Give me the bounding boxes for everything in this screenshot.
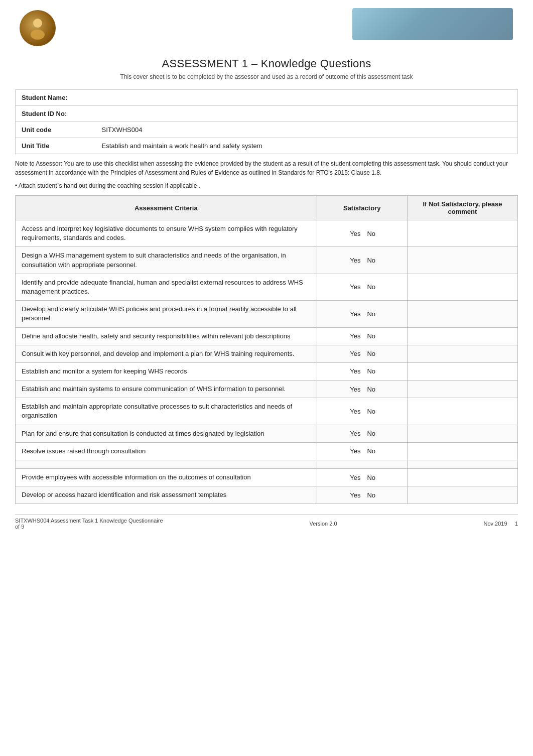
table-row: Identify and provide adequate financial,… <box>16 274 518 300</box>
svg-point-0 <box>33 19 42 28</box>
no-label: No <box>367 491 375 499</box>
yes-label: Yes <box>350 350 360 357</box>
no-option[interactable]: No <box>365 350 375 357</box>
no-option[interactable]: No <box>365 386 375 393</box>
comment-cell <box>407 220 517 247</box>
satisfactory-header: Satisfactory <box>317 196 407 220</box>
yes-option[interactable]: Yes <box>348 491 360 499</box>
comment-cell <box>407 469 517 486</box>
criteria-text: Establish and maintain systems to ensure… <box>16 381 317 398</box>
info-value: SITXWHS004 <box>96 122 518 138</box>
table-row: Plan for and ensure that consultation is… <box>16 425 518 442</box>
table-row: Consult with key personnel, and develop … <box>16 345 518 362</box>
satisfactory-cell: YesNo <box>317 398 407 425</box>
info-row: Student Name: <box>16 90 518 106</box>
yes-option[interactable]: Yes <box>348 447 360 455</box>
criteria-text: Resolve issues raised through consultati… <box>16 442 317 460</box>
page-footer: SITXWHS004 Assessment Task 1 Knowledge Q… <box>15 514 518 530</box>
table-row <box>16 460 518 469</box>
no-label: No <box>367 474 375 481</box>
yes-option[interactable]: Yes <box>348 350 360 357</box>
no-option[interactable]: No <box>365 447 375 455</box>
yes-label: Yes <box>350 386 360 393</box>
no-label: No <box>367 430 375 437</box>
yes-option[interactable]: Yes <box>348 332 360 340</box>
table-row: Access and interpret key legislative doc… <box>16 220 518 247</box>
info-row: Student ID No: <box>16 106 518 122</box>
comment-header: If Not Satisfactory, please comment <box>407 196 517 220</box>
info-label: Student ID No: <box>16 106 96 122</box>
yes-label: Yes <box>350 491 360 499</box>
yes-option[interactable]: Yes <box>348 386 360 393</box>
no-option[interactable]: No <box>365 230 375 237</box>
yes-label: Yes <box>350 230 360 237</box>
no-option[interactable]: No <box>365 408 375 415</box>
yes-label: Yes <box>350 257 360 264</box>
info-table: Student Name:Student ID No:Unit codeSITX… <box>15 89 518 154</box>
yes-option[interactable]: Yes <box>348 408 360 415</box>
no-label: No <box>367 408 375 415</box>
no-option[interactable]: No <box>365 310 375 318</box>
no-label: No <box>367 367 375 375</box>
criteria-header: Assessment Criteria <box>16 196 317 220</box>
yes-option[interactable]: Yes <box>348 430 360 437</box>
comment-cell <box>407 274 517 300</box>
yes-option[interactable]: Yes <box>348 474 360 481</box>
criteria-text: Develop and clearly articulate WHS polic… <box>16 301 317 327</box>
yes-option[interactable]: Yes <box>348 367 360 375</box>
yes-label: Yes <box>350 310 360 318</box>
criteria-text: Plan for and ensure that consultation is… <box>16 425 317 442</box>
assessor-note: Note to Assessor: You are to use this ch… <box>15 159 518 177</box>
criteria-text: Establish and maintain appropriate consu… <box>16 398 317 425</box>
yes-option[interactable]: Yes <box>348 310 360 318</box>
no-option[interactable]: No <box>365 283 375 291</box>
comment-cell <box>407 362 517 380</box>
footer-left: SITXWHS004 Assessment Task 1 Knowledge Q… <box>15 518 163 530</box>
info-row: Unit TitleEstablish and maintain a work … <box>16 138 518 154</box>
comment-cell <box>407 345 517 362</box>
table-row: Provide employees with accessible inform… <box>16 469 518 486</box>
footer-date: Nov 2019 1 <box>484 521 518 527</box>
no-option[interactable]: No <box>365 367 375 375</box>
criteria-text: Define and allocate health, safety and s… <box>16 327 317 345</box>
page-title: ASSESSMENT 1 – Knowledge Questions <box>15 57 518 70</box>
comment-cell <box>407 247 517 274</box>
info-row: Unit codeSITXWHS004 <box>16 122 518 138</box>
no-option[interactable]: No <box>365 332 375 340</box>
logo-area <box>15 8 60 48</box>
criteria-table: Assessment Criteria Satisfactory If Not … <box>15 195 518 504</box>
no-option[interactable]: No <box>365 257 375 264</box>
yes-option[interactable]: Yes <box>348 257 360 264</box>
comment-cell <box>407 327 517 345</box>
no-option[interactable]: No <box>365 430 375 437</box>
no-option[interactable]: No <box>365 491 375 499</box>
info-value <box>96 90 518 106</box>
criteria-text: Design a WHS management system to suit c… <box>16 247 317 274</box>
no-label: No <box>367 350 375 357</box>
page-header <box>0 0 533 48</box>
table-row: Establish and monitor a system for keepi… <box>16 362 518 380</box>
footer-date-text: Nov 2019 <box>484 521 507 527</box>
table-row: Resolve issues raised through consultati… <box>16 442 518 460</box>
yes-label: Yes <box>350 283 360 291</box>
comment-cell <box>407 381 517 398</box>
satisfactory-cell: YesNo <box>317 274 407 300</box>
yes-option[interactable]: Yes <box>348 283 360 291</box>
satisfactory-cell: YesNo <box>317 362 407 380</box>
info-label: Student Name: <box>16 90 96 106</box>
footer-page-of: of 9 <box>15 524 24 530</box>
banner-box <box>352 8 513 40</box>
page-subtitle: This cover sheet is to be completed by t… <box>15 73 518 80</box>
criteria-text: Develop or access hazard identification … <box>16 486 317 504</box>
no-option[interactable]: No <box>365 474 375 481</box>
comment-cell <box>407 460 517 469</box>
table-row: Establish and maintain appropriate consu… <box>16 398 518 425</box>
satisfactory-cell: YesNo <box>317 442 407 460</box>
satisfactory-cell: YesNo <box>317 425 407 442</box>
no-label: No <box>367 386 375 393</box>
table-row: Develop or access hazard identification … <box>16 486 518 504</box>
yes-option[interactable]: Yes <box>348 230 360 237</box>
info-label: Unit Title <box>16 138 96 154</box>
criteria-text: Establish and monitor a system for keepi… <box>16 362 317 380</box>
no-label: No <box>367 230 375 237</box>
